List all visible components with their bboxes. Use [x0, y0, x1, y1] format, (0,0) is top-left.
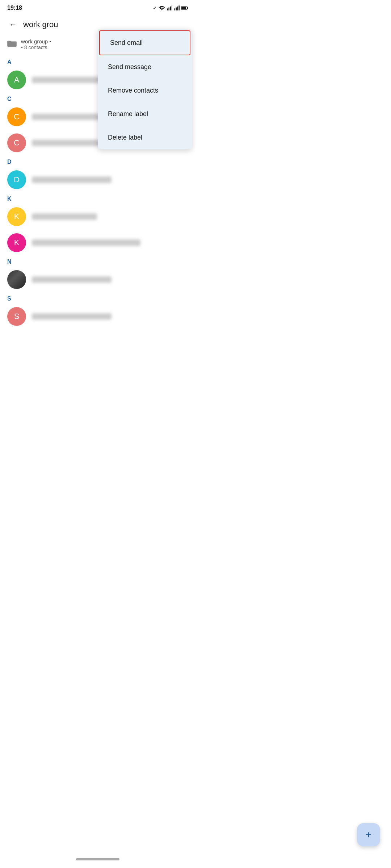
section-letter-n: N: [0, 256, 196, 267]
dropdown-item-remove-contacts[interactable]: Remove contacts: [98, 79, 192, 102]
wifi-icon: [159, 5, 165, 10]
contact-name-blurred: [32, 176, 112, 183]
dropdown-item-send-message[interactable]: Send message: [98, 55, 192, 79]
contact-item[interactable]: K: [0, 204, 196, 230]
svg-rect-7: [178, 5, 180, 10]
dropdown-item-delete-label[interactable]: Delete label: [98, 126, 192, 149]
contact-item[interactable]: K: [0, 230, 196, 256]
svg-rect-4: [174, 8, 175, 10]
section-letter-d: D: [0, 156, 196, 167]
avatar: C: [7, 107, 26, 126]
avatar-photo: [7, 270, 26, 289]
back-arrow-icon: ←: [9, 20, 17, 29]
avatar: D: [7, 170, 26, 189]
contact-name-blurred: [32, 239, 140, 246]
svg-rect-1: [168, 8, 169, 10]
contact-name-blurred: [32, 276, 112, 283]
contact-name-blurred: [32, 313, 112, 320]
svg-rect-9: [187, 7, 188, 9]
contact-item[interactable]: [0, 267, 196, 293]
signal2-icon: [174, 5, 180, 10]
svg-rect-0: [167, 8, 168, 10]
back-button[interactable]: ←: [6, 17, 20, 32]
svg-rect-10: [181, 7, 186, 9]
contact-item[interactable]: D: [0, 167, 196, 193]
label-details: work group • • 8 contacts: [21, 38, 51, 50]
signal-icon: [167, 5, 172, 10]
svg-rect-3: [171, 5, 172, 10]
status-icons: ✓: [153, 5, 188, 11]
label-folder-icon: [7, 39, 17, 50]
status-bar: 19:18 ✓: [0, 0, 196, 14]
task-icon: ✓: [153, 5, 157, 11]
battery-icon: [181, 5, 188, 10]
svg-rect-2: [170, 7, 171, 10]
svg-rect-6: [177, 7, 178, 10]
section-letter-s: S: [0, 293, 196, 303]
avatar: K: [7, 207, 26, 226]
status-time: 19:18: [7, 5, 22, 11]
label-count: • 8 contacts: [21, 44, 51, 50]
svg-rect-5: [176, 8, 177, 10]
contact-item[interactable]: S: [0, 303, 196, 329]
avatar: K: [7, 233, 26, 252]
avatar: A: [7, 71, 26, 89]
dropdown-item-rename-label[interactable]: Rename label: [98, 102, 192, 126]
dropdown-item-send-email[interactable]: Send email: [99, 30, 190, 55]
avatar: S: [7, 307, 26, 326]
label-name: work group •: [21, 38, 51, 44]
contact-name-blurred: [32, 213, 97, 220]
page-title: work grou: [23, 20, 58, 29]
section-letter-k: K: [0, 193, 196, 204]
dropdown-menu: Send email Send message Remove contacts …: [98, 29, 192, 149]
avatar: C: [7, 133, 26, 152]
